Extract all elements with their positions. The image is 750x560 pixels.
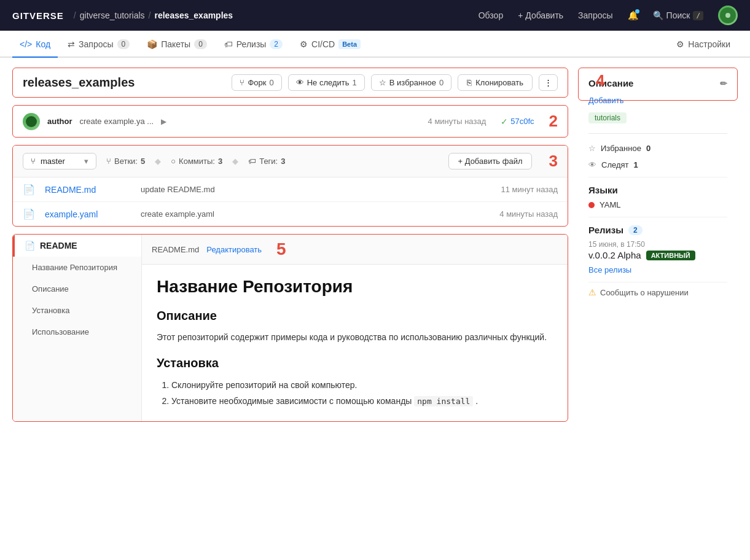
repo-tabs: </> Код ⇄ Запросы 0 📦 Пакеты 0 🏷 Релизы … bbox=[0, 31, 750, 58]
clone-button[interactable]: ⎘ Клонировать bbox=[458, 74, 533, 91]
right-sidebar: Описание ✏ Добавить tutorials ☆ Избранно… bbox=[578, 68, 738, 422]
tags-stat: 🏷 Теги: 3 bbox=[248, 157, 285, 166]
nav-overview[interactable]: Обзор bbox=[479, 10, 503, 20]
check-icon: ✓ bbox=[501, 117, 508, 126]
breadcrumb-repo: releases_examples bbox=[154, 10, 233, 20]
search-shortcut: / bbox=[693, 11, 703, 20]
breadcrumb-org[interactable]: gitverse_tutorials bbox=[80, 10, 145, 20]
more-icon: ⋮ bbox=[544, 78, 552, 87]
packages-icon: 📦 bbox=[147, 39, 157, 49]
cicd-icon: ⚙ bbox=[300, 39, 308, 49]
tab-packages[interactable]: 📦 Пакеты 0 bbox=[139, 31, 214, 58]
toc-item-title[interactable]: Название Репозитория bbox=[13, 257, 141, 278]
clone-icon: ⎘ bbox=[467, 78, 472, 87]
all-releases-link[interactable]: Все релизы bbox=[588, 265, 727, 274]
code-snippet: npm install bbox=[414, 396, 473, 406]
beta-badge: Beta bbox=[338, 39, 361, 49]
logo: GITVERSE bbox=[12, 10, 64, 21]
avatar[interactable] bbox=[718, 6, 738, 25]
toc-item-desc[interactable]: Описание bbox=[13, 278, 141, 300]
code-icon: </> bbox=[20, 39, 32, 49]
readme-section: 📄 README Название Репозитория Описание У… bbox=[12, 234, 568, 422]
nav-notifications[interactable]: 🔔 bbox=[628, 10, 638, 20]
file-commit-message: update README.md bbox=[141, 185, 491, 194]
file-list: 📄 README.md update README.md 11 минут на… bbox=[13, 177, 568, 226]
sidebar-panel: Описание ✏ Добавить tutorials ☆ Избранно… bbox=[578, 68, 738, 101]
nav-requests[interactable]: Запросы bbox=[578, 10, 612, 20]
tab-code[interactable]: </> Код bbox=[12, 31, 58, 58]
releases-title: Релизы 2 bbox=[588, 225, 727, 235]
files-stats: ⑂ Ветки: 5 ◆ ○ Коммиты: 3 ◆ 🏷 Теги: 3 bbox=[106, 157, 285, 166]
branch-icon: ⑂ bbox=[31, 157, 36, 166]
active-badge: АКТИВНЫЙ bbox=[646, 251, 695, 260]
report-section[interactable]: ⚠ Сообщить о нарушении bbox=[588, 282, 727, 297]
readme-header-bar: README.md Редактировать 5 bbox=[142, 235, 568, 265]
branches-stat: ⑂ Ветки: 5 bbox=[106, 157, 145, 166]
settings-icon: ⚙ bbox=[676, 39, 684, 49]
file-name[interactable]: example.yaml bbox=[45, 209, 131, 219]
commit-author[interactable]: author bbox=[47, 117, 72, 126]
packages-badge: 0 bbox=[194, 39, 207, 49]
toc-item-usage[interactable]: Использование bbox=[13, 321, 141, 343]
table-row: 📄 example.yaml create example.yaml 4 мин… bbox=[13, 202, 568, 226]
tab-requests[interactable]: ⇄ Запросы 0 bbox=[60, 31, 137, 58]
files-toolbar: ⑂ master ▾ ⑂ Ветки: 5 ◆ ○ Коммиты: 3 bbox=[13, 146, 568, 177]
eye-icon: 👁 bbox=[296, 78, 304, 87]
tab-cicd[interactable]: ⚙ CI/CD Beta bbox=[292, 31, 368, 58]
sidebar-tags: tutorials bbox=[588, 112, 727, 123]
toc-item-install[interactable]: Установка bbox=[13, 300, 141, 321]
left-column: releases_examples ⑂ Форк 0 👁 Не следить … bbox=[12, 68, 568, 422]
add-file-button[interactable]: + Добавить файл bbox=[448, 153, 531, 169]
watchers-stat: 👁 Следят 1 bbox=[588, 160, 727, 169]
file-icon: 📄 bbox=[25, 241, 35, 251]
readme-edit-link[interactable]: Редактировать bbox=[206, 245, 262, 254]
unfollow-button[interactable]: 👁 Не следить 1 bbox=[288, 74, 365, 91]
releases-badge: 2 bbox=[270, 39, 283, 49]
fork-icon: ⑂ bbox=[240, 78, 244, 87]
readme-install-list: Склонируйте репозиторий на свой компьюте… bbox=[157, 378, 553, 408]
file-commit-message: create example.yaml bbox=[141, 209, 490, 219]
branch-select[interactable]: ⑂ master ▾ bbox=[23, 153, 96, 169]
tag-icon: 🏷 bbox=[248, 157, 256, 166]
expand-icon[interactable]: ▶ bbox=[161, 117, 166, 126]
breadcrumb: / gitverse_tutorials / releases_examples bbox=[74, 10, 233, 20]
releases-icon: 🏷 bbox=[224, 39, 233, 49]
readme-body: Название Репозитория Описание Этот репоз… bbox=[142, 265, 568, 421]
favorites-stat: ☆ Избранное 0 bbox=[588, 144, 727, 153]
commits-icon: ○ bbox=[171, 157, 176, 166]
section-label-3: 3 bbox=[549, 152, 558, 171]
repo-actions: ⑂ Форк 0 👁 Не следить 1 ☆ В избранное 0 … bbox=[232, 74, 558, 91]
commit-time: 4 минуты назад bbox=[428, 117, 486, 126]
repo-name: releases_examples bbox=[23, 76, 222, 90]
header-nav: Обзор + Добавить Запросы 🔔 🔍 Поиск / bbox=[479, 6, 738, 25]
tab-settings[interactable]: ⚙ Настройки bbox=[669, 31, 738, 58]
file-time: 4 минуты назад bbox=[499, 209, 558, 219]
file-name[interactable]: README.md bbox=[45, 185, 131, 195]
nav-add[interactable]: + Добавить bbox=[518, 10, 563, 20]
file-icon: 📄 bbox=[23, 184, 35, 195]
favorite-button[interactable]: ☆ В избранное 0 bbox=[371, 74, 451, 91]
language-item-yaml: YAML bbox=[588, 200, 727, 209]
lang-title: Языки bbox=[588, 185, 727, 195]
star-icon: ☆ bbox=[588, 144, 596, 153]
readme-toc: 📄 README Название Репозитория Описание У… bbox=[13, 235, 142, 421]
tab-releases[interactable]: 🏷 Релизы 2 bbox=[217, 31, 290, 58]
sidebar-add-link[interactable]: Добавить bbox=[588, 96, 727, 105]
readme-desc-text: Этот репозиторий содержит примеры кода и… bbox=[157, 330, 553, 344]
fork-button[interactable]: ⑂ Форк 0 bbox=[232, 74, 281, 91]
commit-author-avatar bbox=[23, 113, 40, 130]
notification-dot bbox=[635, 9, 639, 14]
toc-item-readme[interactable]: 📄 README bbox=[13, 235, 141, 257]
tag-tutorials[interactable]: tutorials bbox=[588, 112, 627, 123]
readme-step2: Установите необходимые зависимости с пом… bbox=[171, 394, 553, 409]
releases-section: Релизы 2 15 июня, в 17:50 v.0.0.2 Alpha … bbox=[588, 217, 727, 274]
requests-icon: ⇄ bbox=[68, 39, 75, 49]
nav-search[interactable]: 🔍 Поиск / bbox=[653, 10, 703, 20]
file-icon: 📄 bbox=[23, 208, 35, 220]
readme-heading1: Название Репозитория bbox=[157, 277, 553, 297]
readme-filename: README.md bbox=[152, 245, 199, 254]
more-button[interactable]: ⋮ bbox=[539, 74, 558, 91]
branches-icon: ⑂ bbox=[106, 157, 111, 166]
section-label-4: 4 bbox=[596, 71, 604, 90]
files-area: ⑂ master ▾ ⑂ Ветки: 5 ◆ ○ Коммиты: 3 bbox=[12, 145, 568, 227]
